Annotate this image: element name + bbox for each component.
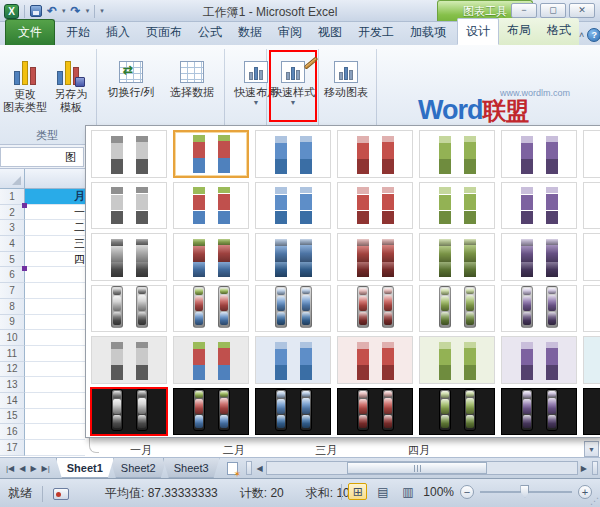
tab-公式[interactable]: 公式 (190, 20, 230, 45)
last-sheet-icon[interactable]: ▶| (42, 464, 50, 473)
tab-插入[interactable]: 插入 (98, 20, 138, 45)
chart-style-tinted-red[interactable] (337, 336, 413, 384)
chart-style-bevel-purple[interactable] (501, 285, 577, 333)
tab-file[interactable]: 文件 (5, 19, 55, 45)
chart-style-outlined-green[interactable] (419, 182, 495, 230)
cell-b13[interactable] (25, 377, 85, 393)
chart-style-dark-red[interactable] (337, 388, 413, 436)
cell-b6[interactable] (25, 267, 85, 283)
chart-style-dark-green[interactable] (419, 388, 495, 436)
customize-qat-icon[interactable]: ▾ (100, 7, 104, 15)
normal-view-icon[interactable]: ⊞ (348, 483, 367, 500)
chart-style-bevel-blue[interactable] (255, 285, 331, 333)
sheet-tab-Sheet1[interactable]: Sheet1 (56, 458, 114, 478)
tab-设计[interactable]: 设计 (457, 18, 499, 45)
tab-数据[interactable]: 数据 (230, 20, 270, 45)
chart-style-dark-purple[interactable] (501, 388, 577, 436)
chart-style-bevel-aqua[interactable] (583, 285, 600, 333)
hscroll-right-icon[interactable]: ▶ (578, 458, 590, 478)
row-header-15[interactable]: 15 (0, 409, 25, 425)
row-header-3[interactable]: 3 (0, 220, 25, 236)
row-header-9[interactable]: 9 (0, 315, 25, 331)
chart-style-outlined-aqua[interactable] (583, 182, 600, 230)
chart-style-tinted-green[interactable] (419, 336, 495, 384)
chart-style-dark-aqua[interactable] (583, 388, 600, 436)
chart-style-flat-blue[interactable] (255, 130, 331, 178)
chart-style-outlined-purple[interactable] (501, 182, 577, 230)
macro-record-icon[interactable] (53, 488, 69, 500)
select-all-corner[interactable] (0, 169, 25, 188)
chart-style-gradient-green[interactable] (419, 233, 495, 281)
chart-style-outlined-red[interactable] (337, 182, 413, 230)
chart-style-bevel-green[interactable] (419, 285, 495, 333)
tab-页面布[interactable]: 页面布 (138, 20, 190, 45)
close-button[interactable]: ✕ (569, 3, 595, 18)
chart-style-outlined-multicolor[interactable] (173, 182, 249, 230)
page-break-view-icon[interactable]: ▥ (398, 483, 417, 500)
切换行/列-button[interactable]: ⇄切换行/列 (100, 51, 162, 121)
vertical-scrollbar-down-icon[interactable]: ▼ (584, 441, 599, 457)
选择数据-button[interactable]: 选择数据 (162, 51, 222, 121)
chart-style-tinted-blue[interactable] (255, 336, 331, 384)
name-box[interactable]: 图 (0, 147, 84, 167)
undo-dropdown-icon[interactable]: ▾ (62, 7, 66, 15)
dropdown-arrow-icon[interactable]: ▼ (270, 99, 316, 107)
zoom-out-icon[interactable]: − (460, 485, 474, 499)
chart-style-outlined-blue[interactable] (255, 182, 331, 230)
row-header-8[interactable]: 8 (0, 299, 25, 315)
chart-style-tinted-gray[interactable] (91, 336, 167, 384)
help-icon[interactable]: ? (587, 28, 600, 42)
cell-b17[interactable] (25, 440, 85, 456)
save-as-template-button[interactable]: 另存为模板 (48, 51, 94, 114)
tab-split-handle[interactable] (246, 461, 252, 475)
zoom-slider[interactable] (480, 491, 572, 493)
cell-b8[interactable] (25, 299, 85, 315)
chart-style-bevel-gray[interactable] (91, 285, 167, 333)
collapse-ribbon-icon[interactable]: ˄ (579, 30, 584, 40)
page-layout-view-icon[interactable]: ▤ (373, 483, 392, 500)
redo-dropdown-icon[interactable]: ▾ (86, 7, 90, 15)
change-chart-type-button[interactable]: 更改图表类型 (2, 51, 48, 114)
chart-style-bevel-red[interactable] (337, 285, 413, 333)
cell-b10[interactable] (25, 330, 85, 346)
zoom-level[interactable]: 100% (423, 485, 454, 499)
scroll-split-handle[interactable] (592, 461, 598, 475)
cell-b14[interactable] (25, 393, 85, 409)
save-icon[interactable] (30, 5, 42, 17)
horizontal-scrollbar[interactable] (266, 461, 578, 475)
sheet-tab-Sheet3[interactable]: Sheet3 (163, 458, 220, 478)
cell-b11[interactable] (25, 346, 85, 362)
cell-b9[interactable] (25, 315, 85, 331)
chart-style-flat-green[interactable] (419, 130, 495, 178)
cell-b1[interactable]: 月 (25, 189, 85, 205)
tab-审阅[interactable]: 审阅 (270, 20, 310, 45)
sheet-tab-Sheet2[interactable]: Sheet2 (110, 458, 167, 478)
chart-style-gradient-purple[interactable] (501, 233, 577, 281)
tab-布局[interactable]: 布局 (499, 18, 539, 45)
chart-style-dark-blue[interactable] (255, 388, 331, 436)
chart-style-gradient-aqua[interactable] (583, 233, 600, 281)
next-sheet-icon[interactable]: ▶ (30, 464, 36, 473)
undo-icon[interactable]: ↶ (47, 5, 57, 17)
chart-style-tinted-multicolor[interactable] (173, 336, 249, 384)
chart-style-tinted-aqua[interactable] (583, 336, 600, 384)
row-header-12[interactable]: 12 (0, 362, 25, 378)
tab-视图[interactable]: 视图 (310, 20, 350, 45)
row-header-10[interactable]: 10 (0, 330, 25, 346)
chart-style-flat-gray[interactable] (91, 130, 167, 178)
chart-style-dark-gray[interactable] (91, 388, 167, 436)
chart-style-flat-red[interactable] (337, 130, 413, 178)
tab-加载项[interactable]: 加载项 (402, 20, 454, 45)
移动图表-button[interactable]: 移动图表 (320, 51, 372, 121)
tab-开始[interactable]: 开始 (58, 20, 98, 45)
cell-b7[interactable] (25, 283, 85, 299)
minimize-button[interactable]: − (511, 3, 537, 18)
row-header-7[interactable]: 7 (0, 283, 25, 299)
cell-b12[interactable] (25, 362, 85, 378)
resize-grip[interactable]: ⋰ (590, 496, 599, 506)
hscroll-left-icon[interactable]: ◀ (254, 458, 266, 478)
first-sheet-icon[interactable]: |◀ (6, 464, 14, 473)
cell-b16[interactable] (25, 424, 85, 440)
chart-style-gradient-gray[interactable] (91, 233, 167, 281)
prev-sheet-icon[interactable]: ◀ (19, 464, 25, 473)
